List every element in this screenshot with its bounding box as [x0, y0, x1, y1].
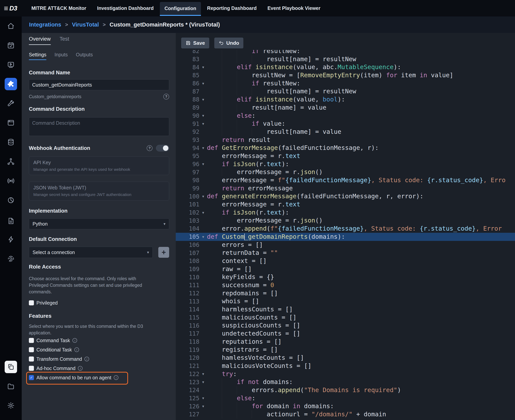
fold-arrow-icon[interactable]: ▾: [199, 210, 207, 215]
fold-arrow-icon[interactable]: ▾: [199, 372, 207, 376]
code-line[interactable]: 124 errors.append("The Domains is requir…: [176, 386, 515, 394]
code-line[interactable]: 87 result[name] = resultNew: [176, 87, 515, 96]
breadcrumb-item-integrations[interactable]: Integrations: [29, 22, 61, 28]
code-line[interactable]: 95 errorMessage = r.text: [176, 152, 515, 160]
tab-overview[interactable]: Overview: [29, 36, 51, 45]
d3-logo[interactable]: ≡ D3: [0, 5, 22, 12]
tab-test[interactable]: Test: [60, 36, 69, 45]
code-line[interactable]: 100▾def generateErrorMessage(failedFunct…: [176, 192, 515, 200]
info-icon[interactable]: i: [78, 366, 83, 371]
info-icon[interactable]: i: [85, 357, 89, 361]
fold-arrow-icon[interactable]: ▾: [199, 65, 207, 69]
fold-arrow-icon[interactable]: ▾: [199, 121, 207, 126]
code-line[interactable]: 102▾ if isJson(r.text):: [176, 209, 515, 217]
event-calendar-icon[interactable]: [5, 39, 17, 52]
code-line[interactable]: 105▾def Custom_getDomainReports(domains)…: [176, 233, 515, 241]
code-line[interactable]: 128: [176, 419, 515, 420]
checkbox-checked[interactable]: ✓: [29, 375, 34, 380]
code-line[interactable]: 106 errors = []: [176, 241, 515, 249]
code-line[interactable]: 101 errorMessage = r.text: [176, 200, 515, 209]
code-line[interactable]: 93 return result: [176, 136, 515, 144]
code-line[interactable]: 110 keyFields = {}: [176, 273, 515, 281]
fold-arrow-icon[interactable]: ▾: [199, 97, 207, 102]
code-line[interactable]: 88▾ elif isinstance(value, bool):: [176, 96, 515, 104]
code-line[interactable]: 115 maliciousCounts = []: [176, 314, 515, 322]
help-icon[interactable]: ?: [147, 145, 153, 151]
command-name-input[interactable]: [29, 79, 169, 90]
code-line[interactable]: 116 suspiciousCounts = []: [176, 322, 515, 330]
nav-item-event-playbook-viewer[interactable]: Event Playbook Viewer: [263, 0, 325, 16]
subtab-settings[interactable]: Settings: [29, 52, 46, 60]
nav-item-mitre-att-ck-monitor[interactable]: MITRE ATT&CK Monitor: [27, 0, 91, 16]
code-line[interactable]: 122▾ try:: [176, 370, 515, 378]
fold-arrow-icon[interactable]: ▾: [199, 194, 207, 199]
integrations-puzzle-icon[interactable]: [5, 78, 17, 90]
subtab-outputs[interactable]: Outputs: [76, 52, 93, 60]
fold-arrow-icon[interactable]: ▾: [199, 113, 207, 118]
code-line[interactable]: 119 registrars = []: [176, 346, 515, 354]
code-line[interactable]: 118 reputations = []: [176, 338, 515, 346]
pie-chart-icon[interactable]: [5, 194, 17, 206]
home-icon[interactable]: [5, 20, 17, 32]
fold-arrow-icon[interactable]: ▾: [199, 146, 207, 150]
broadcast-icon[interactable]: [5, 175, 17, 187]
code-line[interactable]: 90▾ else:: [176, 112, 515, 120]
code-line[interactable]: 94▾def GetErrorMessage(failedFunctionMes…: [176, 144, 515, 152]
code-line[interactable]: 89 result[name] = value: [176, 104, 515, 112]
nav-item-investigation-dashboard[interactable]: Investigation Dashboard: [92, 0, 158, 16]
subtab-inputs[interactable]: Inputs: [54, 52, 68, 60]
code-line[interactable]: 109 raw = []: [176, 265, 515, 273]
code-line[interactable]: 121 maliciousVoteCounts = []: [176, 362, 515, 370]
code-line[interactable]: 85 resultNew = [RemoveEmptyEntry(item) f…: [176, 71, 515, 79]
info-icon[interactable]: i: [72, 338, 77, 343]
code-line[interactable]: 120 hamlessVoteCounts = []: [176, 354, 515, 362]
info-icon[interactable]: i: [114, 375, 118, 380]
video-player-icon[interactable]: [5, 59, 17, 71]
code-line[interactable]: 82 if resultNew:: [176, 50, 515, 55]
connection-select[interactable]: Select a connection ▾: [29, 247, 153, 258]
fold-arrow-icon[interactable]: ▾: [199, 404, 207, 409]
add-connection-button[interactable]: +: [158, 247, 169, 258]
checkbox[interactable]: [29, 366, 34, 371]
code-line[interactable]: 112 repdomains = []: [176, 289, 515, 297]
code-line[interactable]: 98 errorMessage = f"{failedFunctionMessa…: [176, 176, 515, 184]
implementation-select[interactable]: Python ▾: [29, 218, 169, 229]
checkbox[interactable]: [29, 338, 34, 343]
code-line[interactable]: 86▾ if resultNew:: [176, 79, 515, 88]
breadcrumb-item-virustotal[interactable]: VirusTotal: [72, 22, 99, 28]
webhook-toggle[interactable]: [156, 145, 169, 151]
nav-item-configuration[interactable]: Configuration: [160, 2, 201, 16]
folder-icon[interactable]: [5, 380, 17, 392]
help-icon[interactable]: ?: [163, 94, 169, 99]
checkbox[interactable]: [29, 356, 34, 361]
save-button[interactable]: Save: [181, 38, 209, 48]
code-line[interactable]: 99 return errorMessage: [176, 184, 515, 193]
fold-arrow-icon[interactable]: ▾: [199, 162, 207, 166]
code-line[interactable]: 84▾ elif isinstance(value, abc.MutableSe…: [176, 63, 515, 71]
tools-wrench-icon[interactable]: [5, 97, 17, 110]
privileged-checkbox[interactable]: [29, 300, 34, 305]
fold-arrow-icon[interactable]: ▾: [199, 380, 207, 384]
app-window-icon[interactable]: [5, 117, 17, 129]
code-line[interactable]: 117 undetectedCounts = []: [176, 330, 515, 338]
code-line[interactable]: 114 harmlessCounts = []: [176, 305, 515, 314]
code-line[interactable]: 92 result[name] = value: [176, 128, 515, 136]
database-icon[interactable]: [5, 136, 17, 148]
code-line[interactable]: 107 returnData = "": [176, 249, 515, 257]
info-icon[interactable]: i: [74, 347, 79, 352]
undo-button[interactable]: Undo: [214, 38, 243, 48]
code-line[interactable]: 123▾ if not domains:: [176, 378, 515, 386]
code-line[interactable]: 108 context = []: [176, 257, 515, 265]
checkbox[interactable]: [29, 347, 34, 352]
code-line[interactable]: 104 error.append(f"{failedFunctionMessag…: [176, 225, 515, 233]
code-line[interactable]: 97 errorMessage = r.json(): [176, 168, 515, 176]
code-line[interactable]: 83 result[name] = resultNew: [176, 55, 515, 63]
fold-arrow-icon[interactable]: ▾: [199, 81, 207, 86]
settings-gear-icon[interactable]: [5, 399, 17, 412]
code-line[interactable]: 127 actionurl = "/domains/" + domain: [176, 410, 515, 419]
report-doc-icon[interactable]: [5, 215, 17, 227]
code-line[interactable]: 91▾ if value:: [176, 120, 515, 128]
network-flow-icon[interactable]: [5, 155, 17, 168]
code-line[interactable]: 96▾ if isJson(r.text):: [176, 160, 515, 168]
code-line[interactable]: 113 whois = []: [176, 297, 515, 305]
